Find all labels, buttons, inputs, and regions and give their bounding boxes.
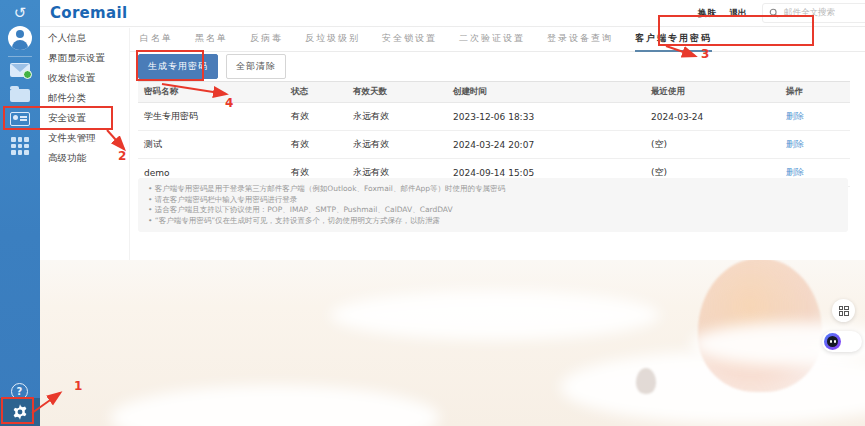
col-valid-days: 有效天数 (347, 82, 447, 103)
robot-assistant-icon (824, 333, 841, 350)
tab-whitelist[interactable]: 白名单 (140, 32, 173, 51)
tab-antivirus[interactable]: 反病毒 (250, 32, 283, 51)
annotation-number-3: 3 (701, 47, 709, 61)
cell-created: 2023-12-06 18:33 (447, 103, 645, 131)
apps-grid-icon[interactable] (11, 137, 29, 155)
cloud (330, 290, 660, 340)
cell-name: 测试 (138, 131, 285, 159)
note-line: 客户端专用密码是用于登录第三方邮件客户端（例如Outlook、Foxmail、邮… (148, 184, 838, 195)
settings-sidebar: 个人信息 界面显示设置 收发信设置 邮件分类 安全设置 文件夹管理 高级功能 (40, 28, 130, 260)
sidebar-item-folder-management[interactable]: 文件夹管理 (40, 128, 129, 148)
rail-divider (8, 56, 32, 57)
table-header-row: 密码名称 状态 有效天数 创建时间 最近使用 操作 (138, 82, 850, 103)
col-created: 创建时间 (447, 82, 645, 103)
mail-icon[interactable] (10, 63, 30, 77)
cell-days: 永远有效 (347, 131, 447, 159)
col-status: 状态 (285, 82, 347, 103)
left-icon-rail: ↺ ? (0, 0, 40, 426)
clear-all-button[interactable]: 全部清除 (226, 54, 286, 79)
table-row: 学生专用密码 有效 永远有效 2023-12-06 18:33 2024-03-… (138, 103, 850, 131)
help-notes-panel: 客户端专用密码是用于登录第三方邮件客户端（例如Outlook、Foxmail、邮… (138, 178, 848, 232)
sidebar-item-display-settings[interactable]: 界面显示设置 (40, 48, 129, 68)
main-content: 白名单 黑名单 反病毒 反垃圾级别 安全锁设置 二次验证设置 登录设备查询 客户… (130, 28, 865, 260)
tab-login-devices[interactable]: 登录设备查询 (547, 32, 613, 51)
col-password-name: 密码名称 (138, 82, 285, 103)
col-last-used: 最近使用 (645, 82, 780, 103)
tab-antispam-level[interactable]: 反垃圾级别 (305, 32, 360, 51)
coremail-logo: Coremail (50, 4, 127, 22)
table-row: 测试 有效 永远有效 2024-03-24 20:07 (空) 删除 (138, 131, 850, 159)
cell-status: 有效 (285, 131, 347, 159)
annotation-box-step1 (1, 397, 34, 424)
annotation-box-step2 (3, 106, 113, 130)
annotation-number-1: 1 (74, 379, 82, 393)
back-icon[interactable]: ↺ (0, 6, 40, 21)
cell-name: 学生专用密码 (138, 103, 285, 131)
folder-icon[interactable] (10, 89, 30, 102)
unread-dot (23, 70, 32, 79)
cell-days: 永远有效 (347, 103, 447, 131)
col-action: 操作 (780, 82, 850, 103)
ai-assistant-widget[interactable] (822, 331, 862, 352)
tab-blacklist[interactable]: 黑名单 (195, 32, 228, 51)
annotation-box-step3 (658, 15, 814, 46)
cell-status: 有效 (285, 103, 347, 131)
cloud (110, 385, 440, 426)
note-line: 请在客户端密码栏中输入专用密码进行登录 (148, 195, 838, 206)
annotation-box-step4 (136, 50, 204, 81)
sidebar-item-send-receive[interactable]: 收发信设置 (40, 68, 129, 88)
cell-created: 2024-03-24 20:07 (447, 131, 645, 159)
delete-link[interactable]: 删除 (786, 167, 804, 177)
mini-apps-widget[interactable] (832, 299, 855, 322)
tab-security-lock[interactable]: 安全锁设置 (382, 32, 437, 51)
sidebar-item-mail-category[interactable]: 邮件分类 (40, 88, 129, 108)
delete-link[interactable]: 删除 (786, 111, 804, 121)
tab-two-factor[interactable]: 二次验证设置 (459, 32, 525, 51)
cell-last-used: (空) (645, 131, 780, 159)
annotation-number-4: 4 (225, 96, 233, 110)
cell-last-used: 2024-03-24 (645, 103, 780, 131)
qr-grid-icon (839, 306, 849, 316)
delete-link[interactable]: 删除 (786, 139, 804, 149)
sidebar-item-personal-info[interactable]: 个人信息 (40, 28, 129, 48)
hot-air-balloon-small (636, 368, 656, 394)
note-line: 适合客户端且支持以下协议使用：POP、IMAP、SMTP、Pushmail、Ca… (148, 205, 838, 216)
note-line: “客户端专用密码”仅在生成时可见，支持设置多个，切勿使用明文方式保存，以防泄露 (148, 216, 838, 227)
sidebar-item-advanced-features[interactable]: 高级功能 (40, 148, 129, 168)
annotation-number-2: 2 (118, 149, 126, 163)
user-avatar-icon[interactable] (8, 26, 32, 50)
client-password-table: 密码名称 状态 有效天数 创建时间 最近使用 操作 学生专用密码 有效 永远有效… (138, 81, 850, 187)
